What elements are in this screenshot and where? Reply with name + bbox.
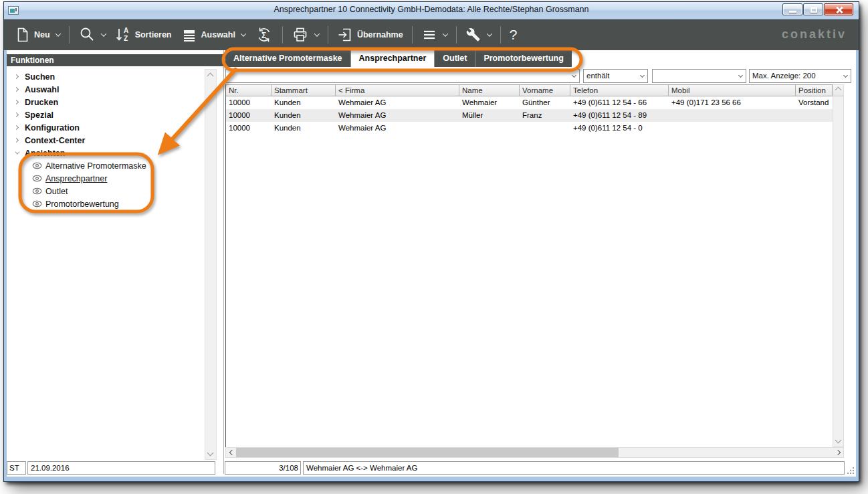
sidebar-view-alternative-promotermaske[interactable]: Alternative Promotermaske — [7, 159, 203, 172]
transfer-button-label: Übernahme — [357, 30, 403, 39]
chevron-down-icon — [442, 31, 447, 36]
tab-alternative-promotermaske[interactable]: Alternative Promotermaske — [225, 50, 351, 67]
tools-button[interactable] — [461, 24, 496, 46]
chevron-right-icon — [14, 125, 19, 130]
column-header-firma[interactable]: < Firma — [336, 85, 459, 96]
table-cell: +49 (0)611 12 54 - 66 — [570, 96, 669, 109]
column-header-mobil[interactable]: Mobil — [669, 85, 796, 96]
table-cell: +49 (0)611 12 54 - 89 — [570, 109, 669, 122]
sidebar-section-context-center[interactable]: Context-Center — [7, 134, 203, 147]
max-display-dropdown[interactable]: Max. Anzeige: 200 — [749, 69, 851, 83]
table-row[interactable]: 10000KundenWehmaier AGMüllerFranz+49 (0)… — [226, 109, 833, 122]
table-cell: 10000 — [226, 122, 272, 135]
table-row[interactable]: 10000KundenWehmaier AGWehmaierGünther+49… — [226, 96, 833, 109]
toolbar: Neu A Z Sortieren — [4, 19, 859, 50]
screen: { "titlebar": { "title": "Ansprechpartne… — [0, 0, 868, 494]
menu-button[interactable] — [417, 25, 452, 45]
toolbar-separator — [456, 26, 457, 44]
titlebar: Ansprechpartner 10 Connectivity GmbH-Dem… — [4, 2, 859, 19]
maximize-button[interactable] — [803, 3, 823, 15]
eye-icon — [32, 200, 42, 208]
table-header-row: Nr.Stammart< FirmaNameVornameTelefonMobi… — [226, 84, 833, 96]
table-cell: Franz — [520, 109, 570, 122]
selection-button[interactable]: Auswahl — [177, 24, 250, 46]
minimize-button[interactable] — [782, 3, 802, 15]
sidebar-section-drucken[interactable]: Drucken — [7, 96, 203, 108]
sort-button-label: Sortieren — [135, 30, 172, 39]
column-header-telefon[interactable]: Telefon — [570, 85, 669, 96]
status-user-field: ST — [7, 461, 26, 475]
sidebar-section-konfiguration[interactable]: Konfiguration — [7, 121, 203, 134]
filter-search-dropdown[interactable] — [652, 69, 746, 83]
sidebar-section-auswahl[interactable]: Auswahl — [7, 83, 203, 96]
maximize-icon — [810, 7, 817, 13]
table-vertical-scrollbar[interactable] — [833, 84, 844, 447]
filter-operator-dropdown[interactable]: enthält — [583, 69, 648, 83]
search-button[interactable] — [74, 23, 110, 46]
svg-text:A: A — [124, 27, 128, 34]
close-button[interactable] — [824, 3, 853, 15]
sidebar-header: Funktionen — [7, 54, 223, 66]
toolbar-separator — [500, 26, 501, 44]
sidebar-view-promotorbewertung[interactable]: Promotorbewertung — [7, 197, 203, 210]
resize-grip[interactable] — [847, 467, 855, 475]
scroll-left-icon[interactable] — [229, 450, 235, 455]
scroll-right-icon[interactable] — [835, 450, 841, 455]
scroll-up-icon[interactable] — [207, 73, 214, 80]
chevron-down-icon — [15, 150, 19, 155]
column-header-stammart[interactable]: Stammart — [272, 85, 336, 96]
help-button[interactable]: ? — [505, 24, 522, 46]
tab-promotorbewertung[interactable]: Promotorbewertung — [475, 50, 571, 67]
body-area: Funktionen SuchenAuswahlDruckenSpezialKo… — [7, 50, 856, 474]
table-cell: 10000 — [226, 109, 272, 122]
sidebar-section-label: Ansichten — [25, 149, 65, 158]
printer-icon — [292, 26, 309, 44]
column-header-position[interactable]: Position — [796, 85, 833, 96]
sidebar-scrollbar[interactable] — [205, 69, 217, 460]
table-cell: 10000 — [226, 96, 272, 109]
table-cell — [669, 122, 796, 135]
filter-field-dropdown[interactable]: * — [225, 69, 580, 83]
sort-button[interactable]: A Z Sortieren — [110, 23, 177, 46]
scroll-down-icon[interactable] — [207, 450, 214, 457]
chevron-down-icon — [55, 31, 60, 36]
column-header-name[interactable]: Name — [459, 85, 520, 96]
column-header-nr[interactable]: Nr. — [226, 85, 272, 96]
transfer-button[interactable]: Übernahme — [332, 24, 408, 46]
print-button[interactable] — [287, 23, 324, 46]
scroll-down-icon[interactable] — [835, 437, 842, 444]
conaktiv-logo: conaktiv — [782, 27, 847, 42]
sidebar-section-suchen[interactable]: Suchen — [7, 70, 203, 83]
filter-operator-value: enthält — [586, 72, 610, 80]
table-horizontal-scrollbar[interactable] — [225, 447, 844, 458]
sidebar-section-label: Suchen — [25, 72, 55, 82]
chevron-right-icon — [14, 100, 19, 104]
tab-ansprechpartner[interactable]: Ansprechpartner — [351, 50, 435, 67]
chevron-down-icon — [738, 73, 743, 78]
table-cell: Günther — [520, 96, 570, 109]
max-display-value: Max. Anzeige: 200 — [752, 72, 816, 80]
scrollbar-thumb[interactable] — [236, 448, 619, 457]
new-button-label: Neu — [34, 30, 50, 39]
chevron-down-icon — [100, 31, 106, 36]
chevron-down-icon — [640, 73, 645, 78]
refresh-sum-button[interactable]: Σ — [250, 23, 278, 47]
chevron-down-icon — [314, 31, 320, 36]
new-button[interactable]: Neu — [11, 24, 65, 46]
sidebar-section-label: Spezial — [25, 110, 53, 120]
table-row[interactable]: 10000KundenWehmaier AG+49 (0)611 12 54 -… — [226, 122, 833, 135]
sidebar: Funktionen SuchenAuswahlDruckenSpezialKo… — [7, 50, 224, 474]
scroll-up-icon[interactable] — [835, 87, 842, 94]
status-date-field: 21.09.2016 — [27, 461, 215, 475]
filter-field-value: * — [229, 72, 231, 80]
filter-row: * enthält Max. Anzeige: 200 — [225, 69, 856, 83]
column-header-vorname[interactable]: Vorname — [520, 85, 570, 96]
sidebar-section-spezial[interactable]: Spezial — [7, 108, 203, 121]
tab-outlet[interactable]: Outlet — [435, 50, 475, 67]
sidebar-view-outlet[interactable]: Outlet — [7, 185, 203, 197]
wrench-icon — [465, 27, 481, 43]
sidebar-section-ansichten[interactable]: Ansichten — [7, 147, 203, 159]
sidebar-view-ansprechpartner[interactable]: Ansprechpartner — [7, 172, 203, 185]
sort-az-icon: A Z — [115, 26, 131, 44]
app-window: Ansprechpartner 10 Connectivity GmbH-Dem… — [4, 2, 859, 481]
